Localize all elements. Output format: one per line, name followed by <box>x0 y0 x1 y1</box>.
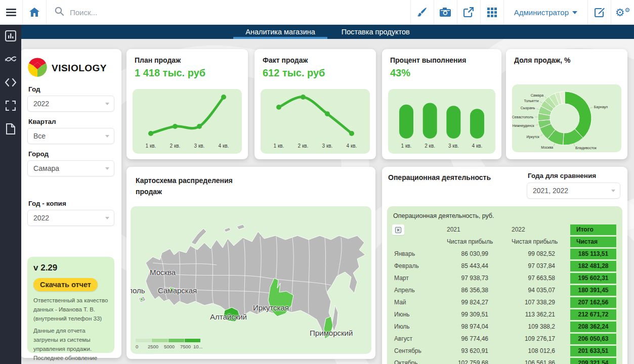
code-icon[interactable] <box>5 77 16 88</box>
svg-text:Иркутск: Иркутск <box>527 135 540 139</box>
row-value-total: 185 113,51 <box>570 249 616 259</box>
top-navbar: Поиск... Администратор ⚙⚙ <box>0 0 634 25</box>
legend-segment <box>168 339 184 342</box>
row-value-total: 180 391,45 <box>570 285 616 296</box>
col-header-total: Итого <box>570 224 616 235</box>
row-value-2021: 99 824,27 <box>439 297 503 308</box>
map-region-label: Севастополь <box>131 286 145 295</box>
data-source-note: Данные для отчета загруены из системы уп… <box>33 327 108 364</box>
kpi-card-percent: Процент выполнения 43% 1 кв.2 кв.3 кв.4 … <box>382 49 501 159</box>
row-value-2022: 107 338,29 <box>503 297 570 308</box>
row-value-2021: 86 030,99 <box>439 249 503 259</box>
dashboard-tabs: Аналитика магазина Поставка продуктов <box>21 24 634 39</box>
dashboard-chart-icon[interactable] <box>5 30 16 41</box>
svg-text:Москва: Москва <box>541 146 553 149</box>
home-icon[interactable] <box>23 0 46 24</box>
menu-icon[interactable] <box>0 0 22 24</box>
export-icon[interactable] <box>392 224 404 235</box>
open-external-icon[interactable] <box>457 0 480 24</box>
svg-text:Владивосток: Владивосток <box>575 146 597 150</box>
legend-tick: 7500 <box>180 344 191 349</box>
svg-text:3 кв.: 3 кв. <box>194 143 205 149</box>
svg-text:1 кв.: 1 кв. <box>274 143 284 149</box>
quarter-select[interactable]: Все <box>27 128 114 144</box>
user-menu-label: Администратор <box>514 8 569 17</box>
legend-tick: 10... <box>193 344 203 349</box>
year-select[interactable]: 2022 <box>27 96 114 112</box>
row-value-2021: 86 356,38 <box>439 285 503 296</box>
row-month: Март <box>392 273 439 284</box>
export-table-button[interactable] <box>392 224 439 235</box>
svg-text:2 кв.: 2 кв. <box>425 143 435 149</box>
row-value-2021: 98 974,04 <box>439 322 503 332</box>
chevron-down-icon <box>105 167 109 170</box>
legend-segment <box>152 339 167 342</box>
fullscreen-icon[interactable] <box>5 100 16 111</box>
kpi-value: 1 418 тыс. руб <box>135 67 240 79</box>
row-value-2022: 106 561,86 <box>503 358 570 364</box>
spacer <box>392 237 439 247</box>
settings-gears-icon[interactable]: ⚙⚙ <box>611 0 634 24</box>
row-value-2022: 99 082,52 <box>503 249 570 259</box>
sub-header-total: Чистая прибыль <box>570 237 616 247</box>
apps-grid-icon[interactable] <box>481 0 503 24</box>
row-value-2022: 97 663,58 <box>503 273 570 284</box>
kpi-value: 43% <box>390 67 493 79</box>
row-value-total: 209 321,54 <box>570 358 616 364</box>
kpi-title: План продаж <box>135 56 240 64</box>
row-month: Август <box>392 334 439 344</box>
operations-title: Операционная деятельность <box>388 173 491 181</box>
chevron-down-icon <box>105 135 109 138</box>
download-report-button[interactable]: Скачать отчет <box>33 278 98 291</box>
search-icon <box>55 7 64 18</box>
row-value-total: 182 481,28 <box>570 261 616 271</box>
tab-product-supply[interactable]: Поставка продуктов <box>329 24 422 39</box>
share-donut-chart: БарнаулВладивостокМоскваИркутскНижнеудин… <box>512 84 621 152</box>
svg-text:2 кв.: 2 кв. <box>298 143 309 149</box>
row-value-2022: 113 362,21 <box>503 309 570 320</box>
table-title: Операционная деятельность, руб. <box>393 212 617 219</box>
screenshot-icon[interactable] <box>434 0 457 24</box>
data-owner-note: Ответственный за качество данных - Ивано… <box>33 296 108 323</box>
chevron-down-icon <box>572 11 577 14</box>
row-month: Октябрь <box>392 358 439 364</box>
row-value-2021: 85 443,44 <box>439 261 503 271</box>
search-input[interactable]: Поиск... <box>47 7 410 18</box>
row-month: Май <box>392 297 439 308</box>
operations-table-panel: Операционная деятельность, руб. 20212022… <box>387 206 622 364</box>
col-header-2022: 2022 <box>503 224 570 235</box>
row-value-2021: 102 759,68 <box>439 358 503 364</box>
user-menu[interactable]: Администратор <box>504 0 587 24</box>
visiology-dashboard: Поиск... Администратор ⚙⚙ <box>0 0 634 364</box>
svg-text:4 кв.: 4 кв. <box>347 143 357 149</box>
compare-years-control: Года для сравнения 2021, 2022 <box>527 172 620 199</box>
row-value-total: 207 162,56 <box>570 297 616 308</box>
kpi-card-share: Доля продаж, % БарнаулВладивостокМоскваИ… <box>506 49 627 159</box>
document-icon[interactable] <box>5 123 16 134</box>
row-value-2022: 94 035,07 <box>503 285 570 296</box>
filter-label-year-copy: Год - копия <box>28 200 113 207</box>
svg-text:Барнаул: Барнаул <box>594 105 608 109</box>
svg-text:3 кв.: 3 кв. <box>322 143 333 149</box>
chevron-down-icon <box>105 103 109 105</box>
svg-text:Сызрань: Сызрань <box>521 106 535 110</box>
tab-store-analytics[interactable]: Аналитика магазина <box>233 24 327 39</box>
kpi-title: Факт продаж <box>263 56 368 64</box>
row-month: Январь <box>392 249 439 259</box>
filter-label-quarter: Квартал <box>28 118 113 125</box>
operations-card: Операционная деятельность Года для сравн… <box>382 167 627 364</box>
svg-text:Севастополь: Севастополь <box>512 115 533 119</box>
city-select[interactable]: Самара <box>27 160 114 176</box>
row-month: Сентябрь <box>392 346 439 356</box>
operations-table: 20212022ИтогоЧистая прибыльЧистая прибыл… <box>392 224 617 364</box>
col-header-2021: 2021 <box>439 224 503 235</box>
year-copy-select[interactable]: 2022 <box>27 210 114 226</box>
row-value-total: 206 050,63 <box>570 334 616 344</box>
svg-text:1 кв.: 1 кв. <box>146 143 156 149</box>
legend-segment <box>136 339 151 342</box>
russia-map[interactable]: МоскваСевастопольСамарскаяАлтайскийИркут… <box>131 206 371 354</box>
compare-years-select[interactable]: 2021, 2022 <box>527 183 620 199</box>
trend-lines-icon[interactable] <box>5 54 16 65</box>
edit-icon[interactable] <box>588 0 611 24</box>
brush-icon[interactable] <box>411 0 434 24</box>
